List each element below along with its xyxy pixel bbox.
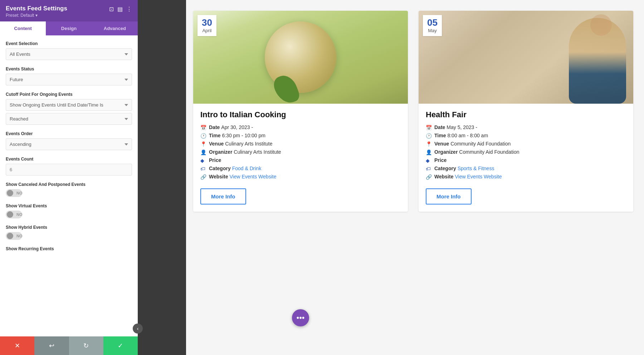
event-1-day: 30 — [202, 18, 212, 27]
collapse-arrow[interactable]: ‹ — [133, 324, 143, 334]
cancel-icon: ✕ — [15, 342, 20, 350]
event-1-title: Intro to Italian Cooking — [200, 110, 401, 119]
event-1-date-row: 📅 Date Apr 30, 2023 - — [200, 124, 401, 130]
event-1-date-val: Apr 30, 2023 - — [221, 124, 253, 130]
show-hybrid-toggle[interactable]: NO — [6, 232, 22, 240]
event-1-venue-key: Venue — [209, 141, 224, 147]
event-1-price-key: Price — [209, 157, 221, 163]
toggle-knob-2 — [7, 211, 13, 218]
event-2-date-val: May 5, 2023 - — [447, 124, 477, 130]
events-count-label: Events Count — [6, 157, 132, 162]
redo-icon: ↻ — [83, 342, 89, 350]
event-1-cat-key: Category — [209, 166, 231, 171]
event-1-web-key: Website — [209, 174, 228, 179]
save-icon: ✓ — [118, 342, 123, 350]
toggle-knob-3 — [7, 233, 13, 239]
cutoff-group: Cutoff Point For Ongoing Events Show Ong… — [6, 92, 132, 125]
event-selection-select[interactable]: All Events — [6, 48, 132, 60]
event-1-body: Intro to Italian Cooking 📅 Date Apr 30, … — [193, 104, 408, 212]
show-virtual-toggle-label: NO — [16, 212, 23, 217]
save-button[interactable]: ✓ — [103, 336, 138, 355]
events-order-select[interactable]: Ascending — [6, 138, 132, 150]
event-1-cat-link[interactable]: Food & Drink — [232, 166, 262, 171]
event-2-time-key: Time — [434, 133, 446, 138]
panel-header-icons: ⊡ ▤ ⋮ — [109, 6, 132, 13]
fab-more-button[interactable]: ••• — [292, 309, 309, 326]
event-2-organizer-row: 👤 Organizer Community Aid Foundation — [426, 149, 626, 155]
person-icon-1: 👤 — [200, 149, 207, 155]
columns-icon[interactable]: ▤ — [117, 6, 123, 13]
events-status-select[interactable]: Future — [6, 74, 132, 85]
fab-dots-icon: ••• — [296, 313, 304, 322]
undo-icon: ↩ — [49, 342, 54, 350]
show-canceled-toggle-label: NO — [16, 191, 23, 195]
event-2-more-info-button[interactable]: More Info — [426, 188, 472, 204]
calendar-icon-1: 📅 — [200, 125, 207, 130]
diamond-icon-2: ◆ — [426, 158, 432, 163]
show-hybrid-toggle-wrapper: NO — [6, 232, 132, 240]
diamond-icon-1: ◆ — [200, 158, 207, 163]
event-selection-label: Event Selection — [6, 41, 132, 46]
show-canceled-group: Show Canceled And Postponed Events NO — [6, 182, 132, 197]
show-recurring-label: Show Recurring Events — [6, 246, 132, 251]
show-canceled-toggle[interactable]: NO — [6, 189, 22, 197]
link-icon-2: 🔗 — [426, 174, 432, 180]
preset-label[interactable]: Preset: Default ▾ — [6, 13, 67, 18]
events-status-label: Events Status — [6, 66, 132, 72]
event-2-org-key: Organizer — [434, 149, 458, 155]
flag-icon-1: 🏷 — [200, 166, 207, 172]
redo-button[interactable]: ↻ — [69, 336, 103, 355]
arrow-icon: ‹ — [137, 326, 139, 331]
pin-icon-1: 📍 — [200, 141, 207, 147]
event-card-2: 05 May Health Fair 📅 Date May 5, 2023 - … — [419, 11, 633, 212]
cutoff-label: Cutoff Point For Ongoing Events — [6, 92, 132, 97]
event-1-org-key: Organizer — [209, 149, 232, 155]
event-1-time-key: Time — [209, 133, 220, 138]
calendar-icon-2: 📅 — [426, 125, 432, 130]
event-2-org-val: Community Aid Foundation — [459, 149, 519, 155]
event-2-date-key: Date — [434, 124, 445, 130]
event-2-image — [419, 11, 633, 104]
event-2-web-key: Website — [434, 174, 453, 179]
event-1-time-row: 🕐 Time 6:30 pm - 10:00 pm — [200, 133, 401, 139]
tab-content[interactable]: Content — [0, 21, 46, 35]
more-icon[interactable]: ⋮ — [126, 6, 132, 13]
event-selection-group: Event Selection All Events — [6, 41, 132, 60]
event-1-venue-row: 📍 Venue Culinary Arts Institute — [200, 141, 401, 147]
event-2-venue-val: Community Aid Foundation — [450, 141, 511, 147]
panel-bottom-bar: ✕ ↩ ↻ ✓ — [0, 336, 138, 355]
event-2-date-row: 📅 Date May 5, 2023 - — [426, 124, 626, 130]
event-2-body: Health Fair 📅 Date May 5, 2023 - 🕐 Time … — [419, 104, 633, 212]
event-2-cat-link[interactable]: Sports & Fitness — [458, 166, 494, 171]
panel-title: Events Feed Settings — [6, 5, 67, 12]
show-canceled-toggle-wrapper: NO — [6, 189, 132, 197]
event-1-web-link[interactable]: View Events Website — [229, 174, 276, 179]
dark-overlay — [138, 0, 186, 355]
event-2-time-val: 8:00 am - 8:00 am — [447, 133, 488, 138]
expand-icon[interactable]: ⊡ — [109, 6, 114, 13]
flag-icon-2: 🏷 — [426, 166, 432, 172]
events-count-group: Events Count — [6, 157, 132, 176]
panel-content: Event Selection All Events Events Status… — [0, 35, 138, 336]
events-count-input[interactable] — [6, 164, 132, 176]
tab-design[interactable]: Design — [46, 21, 92, 35]
show-virtual-toggle-wrapper: NO — [6, 211, 132, 218]
event-1-venue-val: Culinary Arts Institute — [225, 141, 272, 147]
event-2-web-link[interactable]: View Events Website — [455, 174, 502, 179]
show-hybrid-group: Show Hybrid Events NO — [6, 225, 132, 240]
show-recurring-group: Show Recurring Events — [6, 246, 132, 251]
cutoff-reached-select[interactable]: Reached — [6, 113, 132, 125]
event-1-more-info-button[interactable]: More Info — [200, 188, 246, 204]
show-virtual-toggle[interactable]: NO — [6, 211, 22, 218]
cutoff-select[interactable]: Show Ongoing Events Until End Date/Time … — [6, 99, 132, 111]
events-status-group: Events Status Future — [6, 66, 132, 85]
show-hybrid-label: Show Hybrid Events — [6, 225, 132, 230]
cancel-button[interactable]: ✕ — [0, 336, 34, 355]
event-2-month: May — [427, 28, 438, 33]
clock-icon-1: 🕐 — [200, 133, 207, 139]
event-1-org-val: Culinary Arts Institute — [234, 149, 281, 155]
event-2-date-badge: 05 May — [423, 15, 442, 36]
undo-button[interactable]: ↩ — [34, 336, 69, 355]
tab-advanced[interactable]: Advanced — [92, 21, 138, 35]
panel-tabs: Content Design Advanced — [0, 21, 138, 35]
